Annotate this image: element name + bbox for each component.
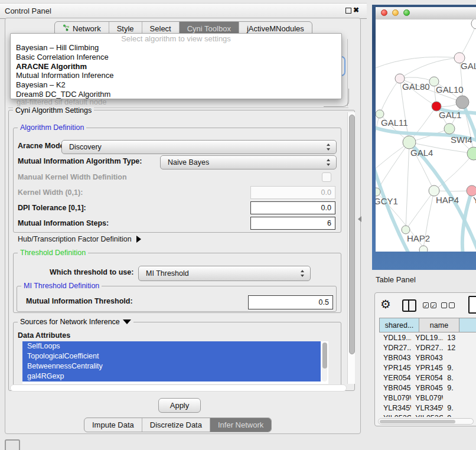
kernel-width-field[interactable]: 0.0 — [250, 186, 335, 199]
network-edge[interactable] — [376, 57, 459, 68]
algorithm-option[interactable]: Dream8 DC_TDC Algorithm — [11, 90, 341, 99]
algorithm-option[interactable]: Bayesian – K2 — [11, 80, 341, 90]
minimized-panel-icon[interactable] — [5, 439, 20, 450]
tab-label: Infer Network — [218, 419, 263, 432]
table-cell: YBR045C — [379, 384, 411, 392]
dpi-tolerance-label: DPI Tolerance [0,1]: — [18, 204, 86, 212]
combo-stepper-icon — [327, 159, 331, 166]
attribute-list-item[interactable]: BetweennessCentrality — [22, 361, 321, 371]
settings-horizontal-scrollbar[interactable] — [10, 384, 347, 392]
network-edge[interactable] — [434, 191, 472, 191]
splitter-collapse-handle[interactable] — [358, 216, 361, 222]
algorithm-option[interactable]: Basic Correlation Inference — [11, 53, 341, 62]
network-window-titlebar[interactable] — [376, 7, 476, 20]
close-traffic-light[interactable] — [381, 9, 387, 16]
which-threshold-value: MI Threshold — [146, 269, 189, 278]
network-edge[interactable] — [462, 191, 472, 252]
table-cell: YLR345W — [379, 404, 411, 412]
mi-type-combo[interactable]: Naive Bayes — [160, 155, 337, 169]
minimize-traffic-light[interactable] — [392, 9, 399, 16]
new-table-icon[interactable] — [468, 296, 476, 314]
network-node[interactable] — [471, 19, 476, 29]
data-attributes-list[interactable]: SelfLoopsTopologicalCoefficientBetweenne… — [22, 341, 328, 384]
manual-kernel-checkbox[interactable] — [322, 172, 331, 182]
mi-steps-field[interactable]: 6 — [250, 217, 335, 230]
table-cell: YER054C — [379, 374, 411, 382]
table-row[interactable]: YDL19...YDL19...13 — [379, 332, 476, 343]
network-edge[interactable] — [434, 154, 474, 191]
aracne-mode-label: Aracne Mode: — [18, 142, 67, 150]
network-edge[interactable] — [380, 79, 400, 114]
algorithm-dropdown-items: Bayesian – Hill ClimbingBasic Correlatio… — [11, 43, 341, 99]
attribute-list-item[interactable]: SelfLoops — [22, 341, 321, 351]
attribute-list-item[interactable]: TopologicalCoefficient — [22, 351, 321, 361]
network-edge[interactable] — [459, 24, 476, 58]
table-row[interactable]: YBL079WYBL079W — [379, 393, 476, 403]
network-node-label: HAP2 — [407, 233, 430, 243]
table-panel-title: Table Panel — [376, 275, 416, 284]
mi-type-label: Mutual Information Algorithm Type: — [18, 157, 142, 165]
table-cell: YIL052C — [379, 414, 411, 418]
table-cell: YER054C — [411, 374, 443, 382]
table-row[interactable]: YPR145WYPR145W9. — [379, 363, 476, 373]
zoom-traffic-light[interactable] — [403, 9, 410, 16]
network-graph: GAL7GAL80GAL10GAL1GAL11SWI4GAL4GCY1HAP4Y… — [376, 19, 476, 252]
table-row[interactable]: YIL052CYIL052C9. — [379, 413, 476, 417]
gear-icon[interactable]: ⚙ — [380, 297, 391, 311]
close-icon[interactable]: ✖ — [353, 6, 359, 14]
table-cell: 9. — [443, 404, 476, 412]
dpi-tolerance-field[interactable]: 0.0 — [250, 201, 335, 214]
table-row[interactable]: YDR27...YDR27...12 — [379, 343, 476, 353]
table-cell: YBL079W — [379, 394, 411, 402]
sources-title[interactable]: Sources for Network Inference — [18, 318, 133, 326]
table-row[interactable]: YBR043CYBR043C — [379, 353, 476, 363]
network-node[interactable] — [419, 246, 428, 252]
column-header-shared[interactable]: shared... — [379, 318, 419, 332]
table-cell: YBL079W — [411, 394, 443, 402]
algorithm-option[interactable]: ARACNE Algorithm — [11, 62, 341, 71]
settings-vertical-scrollbar[interactable] — [347, 112, 355, 384]
hub-definition-label: Hub/Transcription Factor Definition — [18, 235, 132, 243]
network-edge[interactable] — [376, 162, 409, 252]
settings-vertical-scrollbar-thumb[interactable] — [349, 115, 355, 354]
apply-button[interactable]: Apply — [158, 398, 201, 413]
aracne-mode-combo[interactable]: Discovery — [61, 140, 337, 154]
checked-box-icon: ✓ — [431, 302, 436, 308]
column-header-name[interactable]: name — [419, 318, 459, 332]
network-node-gal4[interactable] — [403, 136, 416, 149]
attribute-list-item[interactable]: gal4RGexp — [22, 371, 321, 381]
bottom-tab-infer-network[interactable]: Infer Network — [210, 418, 271, 432]
table-cell: YBR043C — [379, 354, 411, 362]
network-node-gal11[interactable] — [376, 110, 384, 118]
deselect-all-columns-icon[interactable] — [441, 302, 455, 308]
column-browser-icon[interactable] — [402, 299, 416, 312]
network-edge[interactable] — [400, 58, 459, 79]
network-canvas[interactable]: GAL7GAL80GAL10GAL1GAL11SWI4GAL4GCY1HAP4Y… — [376, 19, 476, 252]
cyni-settings-title: Cyni Algorithm Settings — [13, 106, 94, 115]
float-window-icon[interactable] — [345, 8, 351, 14]
select-all-columns-icon[interactable]: ✓ ✓ — [423, 302, 436, 308]
mi-threshold-field[interactable]: 0.5 — [248, 295, 333, 309]
table-horizontal-scrollbar[interactable] — [378, 418, 474, 425]
algorithm-option[interactable]: Bayesian – Hill Climbing — [11, 43, 341, 53]
bottom-tab-impute-data[interactable]: Impute Data — [84, 418, 142, 432]
bottom-tab-discretize-data[interactable]: Discretize Data — [142, 418, 210, 432]
network-node-label: GAL7 — [461, 61, 476, 71]
hub-definition-toggle[interactable]: Hub/Transcription Factor Definition — [18, 235, 141, 243]
table-row[interactable]: YLR345WYLR345W9. — [379, 403, 476, 413]
network-node-gal1[interactable] — [444, 123, 455, 134]
table-cell: 8. — [443, 374, 476, 382]
table-row[interactable]: YER054CYER054C8. — [379, 373, 476, 383]
table-cell: YIL052C — [411, 414, 443, 418]
table-row[interactable]: YBR045CYBR045C9. — [379, 383, 476, 393]
network-edge[interactable] — [462, 102, 476, 153]
which-threshold-combo[interactable]: MI Threshold — [138, 266, 311, 281]
network-node[interactable] — [456, 96, 469, 109]
network-edge[interactable] — [406, 142, 409, 230]
table-horizontal-scrollbar-thumb[interactable] — [380, 420, 455, 423]
attributes-scrollbar[interactable] — [322, 343, 327, 381]
column-header-A[interactable]: A — [459, 318, 476, 332]
network-node-hap2[interactable] — [402, 226, 410, 234]
algorithm-option[interactable]: Mutual Information Inference — [11, 71, 341, 80]
network-node-swi4[interactable] — [467, 147, 476, 160]
